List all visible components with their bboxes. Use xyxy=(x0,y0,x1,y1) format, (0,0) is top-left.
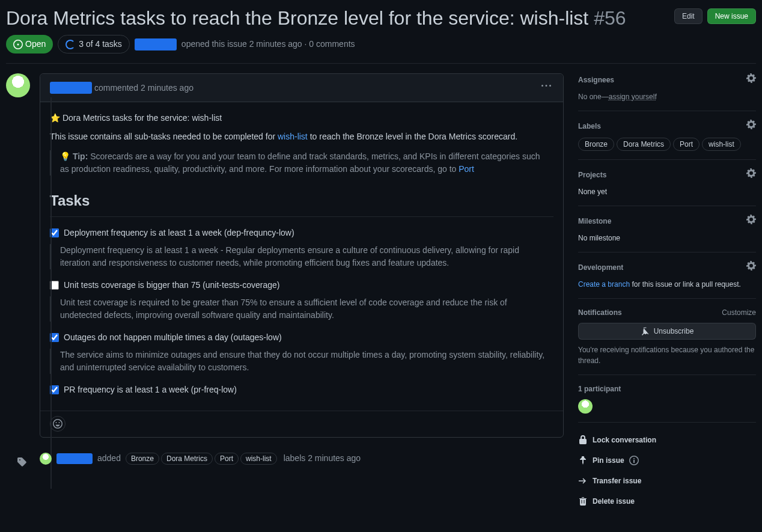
label-pill[interactable]: Bronze xyxy=(126,453,159,465)
sidebar-assignees: Assignees No one—assign yourself xyxy=(578,73,756,111)
task-title: Deployment frequency is at least 1 a wee… xyxy=(64,227,294,239)
projects-title: Projects xyxy=(578,170,606,180)
event-actor-redacted[interactable] xyxy=(56,453,93,464)
task-item: Outages do not happen multiple times a d… xyxy=(50,331,553,344)
task-item: Deployment frequency is at least 1 a wee… xyxy=(50,227,553,239)
projects-gear-icon[interactable] xyxy=(746,168,756,182)
comment-line1: ⭐️ Dora Metrics tasks for the service: w… xyxy=(50,112,553,124)
labels-gear-icon[interactable] xyxy=(746,120,756,133)
pin-issue-action[interactable]: Pin issue xyxy=(578,450,756,471)
create-branch-link[interactable]: Create a branch xyxy=(578,280,630,289)
port-link[interactable]: Port xyxy=(459,164,474,174)
add-reaction-button[interactable] xyxy=(50,416,66,432)
task-title: Outages do not happen multiple times a d… xyxy=(64,331,282,344)
task-progress-badge[interactable]: 3 of 4 tasks xyxy=(58,35,130,54)
label-pill[interactable]: wish-list xyxy=(702,138,741,151)
event-suffix: labels 2 minutes ago xyxy=(284,452,361,465)
task-title: PR frequency is at least 1 a week (pr-fr… xyxy=(64,384,237,396)
assignees-title: Assignees xyxy=(578,75,614,85)
assignees-gear-icon[interactable] xyxy=(746,73,756,87)
trash-icon xyxy=(578,497,588,506)
customize-link[interactable]: Customize xyxy=(722,307,756,318)
milestone-title: Milestone xyxy=(578,216,611,227)
info-icon[interactable] xyxy=(629,456,639,465)
label-pill[interactable]: Bronze xyxy=(578,138,614,151)
smiley-icon xyxy=(53,419,62,429)
tasks-heading: Tasks xyxy=(50,190,553,217)
state-badge: Open xyxy=(6,35,53,54)
issue-open-icon xyxy=(13,40,23,49)
milestone-gear-icon[interactable] xyxy=(746,215,756,228)
state-text: Open xyxy=(25,38,46,50)
sidebar-participants: 1 participant xyxy=(578,375,756,423)
author-avatar[interactable] xyxy=(6,73,30,97)
comment-line2: This issue contains all sub-tasks needed… xyxy=(50,130,553,143)
task-progress-text: 3 of 4 tasks xyxy=(79,38,122,50)
author-redacted[interactable] xyxy=(135,38,177,50)
tip-block: 💡 Tip: Scorecards are a way for you and … xyxy=(50,150,553,176)
label-pill[interactable]: Port xyxy=(215,453,239,465)
commented-time: commented 2 minutes ago xyxy=(94,82,194,94)
sidebar-projects: Projects None yet xyxy=(578,160,756,206)
development-title: Development xyxy=(578,262,623,273)
sidebar-labels: Labels BronzeDora MetricsPortwish-list xyxy=(578,111,756,160)
projects-none: None yet xyxy=(578,186,756,197)
wish-list-link[interactable]: wish-list xyxy=(278,132,308,141)
timeline-event-labels: added BronzeDora MetricsPortwish-list la… xyxy=(40,452,564,465)
label-pill[interactable]: Dora Metrics xyxy=(617,138,671,151)
label-pill[interactable]: Port xyxy=(673,138,700,151)
sidebar-notifications: Notifications Customize Unsubscribe You'… xyxy=(578,299,756,375)
issue-number: #56 xyxy=(594,7,626,29)
arrow-right-icon xyxy=(578,476,588,486)
event-labels-list: BronzeDora MetricsPortwish-list xyxy=(126,452,279,465)
comment-header: commented 2 minutes ago xyxy=(40,74,563,102)
timeline-line xyxy=(50,97,52,489)
issue-meta-row: Open 3 of 4 tasks opened this issue 2 mi… xyxy=(6,35,756,54)
task-item: Unit tests coverage is bigger than 75 (u… xyxy=(50,279,553,292)
sidebar-actions: Lock conversation Pin issue Transfer iss… xyxy=(578,423,756,512)
assignees-none: No one— xyxy=(578,93,609,101)
comment-body: ⭐️ Dora Metrics tasks for the service: w… xyxy=(40,102,563,411)
new-issue-button[interactable]: New issue xyxy=(707,8,756,24)
assign-yourself-link[interactable]: assign yourself xyxy=(609,93,657,101)
task-title: Unit tests coverage is bigger than 75 (u… xyxy=(64,279,280,292)
unsubscribe-button[interactable]: Unsubscribe xyxy=(578,323,756,340)
sidebar-milestone: Milestone No milestone xyxy=(578,206,756,252)
progress-spinner-icon xyxy=(66,40,75,49)
tip-label: 💡 Tip: xyxy=(60,151,88,161)
pin-icon xyxy=(578,456,588,465)
tag-icon xyxy=(13,453,30,470)
labels-title: Labels xyxy=(578,121,601,132)
label-pill[interactable]: wish-list xyxy=(240,453,277,465)
notifications-reason: You're receiving notifications because y… xyxy=(578,344,756,366)
task-description: The service aims to minimize outages and… xyxy=(50,349,553,374)
bell-slash-icon xyxy=(641,326,650,336)
lock-conversation-action[interactable]: Lock conversation xyxy=(578,430,756,450)
transfer-issue-action[interactable]: Transfer issue xyxy=(578,471,756,491)
development-gear-icon[interactable] xyxy=(746,261,756,274)
label-pill[interactable]: Dora Metrics xyxy=(161,453,213,465)
sidebar-development: Development Create a branch for this iss… xyxy=(578,252,756,299)
notifications-title: Notifications xyxy=(578,307,622,318)
comment-box: commented 2 minutes ago ⭐️ Dora Metrics … xyxy=(40,73,564,438)
event-action: added xyxy=(97,452,121,465)
participant-avatar[interactable] xyxy=(578,399,593,414)
task-description: Deployment frequency is at least 1 a wee… xyxy=(50,244,553,269)
commenter-redacted[interactable] xyxy=(50,82,92,94)
issue-title-text: Dora Metrics tasks to reach the Bronze l… xyxy=(6,7,588,29)
delete-issue-action[interactable]: Delete issue xyxy=(578,491,756,512)
reaction-bar xyxy=(40,411,563,437)
task-item: PR frequency is at least 1 a week (pr-fr… xyxy=(50,384,553,396)
participants-title: 1 participant xyxy=(578,384,756,394)
event-avatar[interactable] xyxy=(40,453,52,465)
development-rest: for this issue or link a pull request. xyxy=(630,280,741,289)
opened-meta: opened this issue 2 minutes ago · 0 comm… xyxy=(181,38,355,50)
lock-icon xyxy=(578,435,588,445)
comment-menu-kebab-icon[interactable] xyxy=(539,79,553,97)
issue-title: Dora Metrics tasks to reach the Bronze l… xyxy=(6,6,669,30)
milestone-none: No milestone xyxy=(578,233,756,243)
task-description: Unit test coverage is required to be gre… xyxy=(50,296,553,322)
edit-button[interactable]: Edit xyxy=(674,8,703,24)
